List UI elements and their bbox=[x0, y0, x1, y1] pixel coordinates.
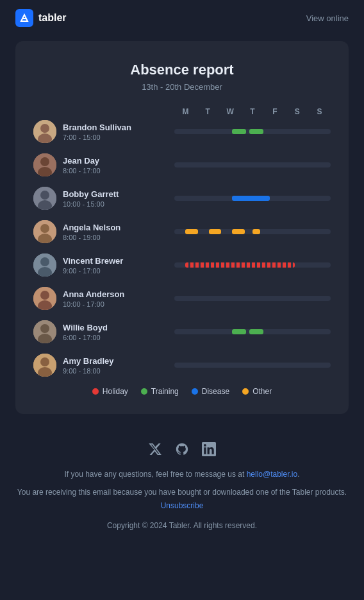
person-details: Willie Boyd 6:00 - 17:00 bbox=[63, 323, 108, 341]
github-icon[interactable] bbox=[175, 442, 189, 456]
day-label-m: M bbox=[174, 107, 197, 116]
bar-segment bbox=[185, 262, 295, 268]
avatar bbox=[33, 253, 56, 277]
person-details: Jean Day 8:00 - 17:00 bbox=[63, 156, 101, 175]
legend-label: Holiday bbox=[103, 387, 128, 396]
svg-point-15 bbox=[40, 257, 49, 266]
day-headers: M T W T F S S bbox=[33, 107, 331, 116]
legend-color-dot bbox=[141, 388, 147, 395]
person-name: Bobby Garrett bbox=[63, 189, 119, 199]
person-hours: 10:00 - 17:00 bbox=[63, 300, 124, 308]
footer-question: If you have any questions, feel free to … bbox=[15, 468, 349, 481]
legend-color-dot bbox=[92, 388, 99, 395]
bar-track bbox=[174, 363, 331, 368]
table-row: Amy Bradley 9:00 - 18:00 bbox=[33, 354, 331, 377]
unsubscribe-link[interactable]: Unsubscribe bbox=[161, 501, 204, 510]
person-name: Willie Boyd bbox=[63, 323, 108, 332]
bar-area bbox=[174, 159, 331, 171]
svg-point-18 bbox=[40, 291, 49, 300]
avatar bbox=[33, 220, 56, 243]
day-label-t1: T bbox=[197, 107, 219, 116]
bar-track bbox=[174, 229, 331, 234]
table-row: Vincent Brewer 9:00 - 17:00 bbox=[33, 253, 331, 277]
avatar bbox=[33, 120, 56, 143]
avatar bbox=[33, 187, 56, 210]
svg-point-3 bbox=[40, 124, 49, 133]
person-name: Amy Bradley bbox=[63, 356, 113, 366]
person-info: Angela Nelson 8:00 - 19:00 bbox=[33, 220, 174, 243]
table-row: Bobby Garrett 10:00 - 15:00 bbox=[33, 187, 331, 210]
person-name: Anna Anderson bbox=[63, 289, 124, 299]
person-hours: 8:00 - 17:00 bbox=[63, 167, 101, 175]
bar-segment bbox=[232, 329, 246, 334]
legend-item: Other bbox=[242, 387, 272, 396]
bar-segment bbox=[232, 229, 245, 234]
absence-report-card: Absence report 13th - 20th December M T … bbox=[15, 41, 349, 414]
linkedin-icon[interactable] bbox=[202, 442, 216, 456]
day-label-s2: S bbox=[308, 107, 331, 116]
bar-area bbox=[174, 192, 331, 205]
bar-area bbox=[174, 359, 331, 372]
table-row: Brandon Sullivan 7:00 - 15:00 bbox=[33, 120, 331, 143]
table-row: Willie Boyd 6:00 - 17:00 bbox=[33, 320, 331, 343]
svg-point-6 bbox=[40, 157, 49, 166]
person-name: Jean Day bbox=[63, 156, 101, 166]
bar-track bbox=[174, 196, 331, 201]
avatar bbox=[33, 287, 56, 310]
legend: Holiday Training Disease Other bbox=[33, 387, 331, 396]
social-icons bbox=[15, 442, 349, 456]
person-info: Willie Boyd 6:00 - 17:00 bbox=[33, 320, 174, 343]
bar-segment bbox=[252, 229, 260, 234]
person-name: Brandon Sullivan bbox=[63, 123, 131, 132]
table-row: Angela Nelson 8:00 - 19:00 bbox=[33, 220, 331, 243]
bar-segment bbox=[185, 229, 198, 234]
person-hours: 6:00 - 17:00 bbox=[63, 334, 108, 341]
card-title: Absence report bbox=[33, 62, 331, 78]
legend-label: Disease bbox=[202, 387, 229, 396]
person-hours: 9:00 - 17:00 bbox=[63, 267, 123, 275]
legend-color-dot bbox=[192, 388, 198, 395]
bar-segment bbox=[249, 329, 263, 334]
bar-track bbox=[174, 129, 331, 134]
person-hours: 9:00 - 18:00 bbox=[63, 367, 113, 375]
footer: If you have any questions, feel free to … bbox=[0, 429, 364, 545]
view-online-link[interactable]: View online bbox=[306, 13, 349, 23]
bar-segment bbox=[232, 196, 270, 201]
bar-area bbox=[174, 125, 331, 138]
footer-copyright: Copyright © 2024 Tabler. All rights rese… bbox=[15, 521, 349, 530]
person-details: Brandon Sullivan 7:00 - 15:00 bbox=[63, 123, 131, 141]
svg-point-9 bbox=[40, 191, 49, 200]
bar-track bbox=[174, 296, 331, 301]
logo-text: tabler bbox=[38, 12, 67, 24]
person-details: Anna Anderson 10:00 - 17:00 bbox=[63, 289, 124, 308]
avatar bbox=[33, 320, 56, 343]
person-details: Angela Nelson 8:00 - 19:00 bbox=[63, 223, 120, 241]
bar-track bbox=[174, 329, 331, 334]
legend-item: Disease bbox=[192, 387, 229, 396]
legend-item: Holiday bbox=[92, 387, 128, 396]
table-row: Jean Day 8:00 - 17:00 bbox=[33, 153, 331, 176]
table-row: Anna Anderson 10:00 - 17:00 bbox=[33, 287, 331, 310]
footer-email-link[interactable]: hello@tabler.io bbox=[247, 470, 298, 479]
bar-segment bbox=[209, 229, 222, 234]
person-info: Jean Day 8:00 - 17:00 bbox=[33, 153, 174, 176]
person-hours: 7:00 - 15:00 bbox=[63, 133, 131, 141]
legend-item: Training bbox=[141, 387, 179, 396]
day-label-w: W bbox=[219, 107, 242, 116]
logo-icon bbox=[15, 9, 33, 27]
twitter-icon[interactable] bbox=[148, 442, 162, 456]
avatar bbox=[33, 153, 56, 176]
day-label-f: F bbox=[263, 107, 286, 116]
legend-label: Training bbox=[151, 387, 179, 396]
person-hours: 10:00 - 15:00 bbox=[63, 200, 119, 208]
person-info: Amy Bradley 9:00 - 18:00 bbox=[33, 354, 174, 377]
person-info: Anna Anderson 10:00 - 17:00 bbox=[33, 287, 174, 310]
legend-color-dot bbox=[242, 388, 249, 395]
bar-segment bbox=[249, 129, 263, 134]
person-name: Angela Nelson bbox=[63, 223, 120, 232]
person-info: Bobby Garrett 10:00 - 15:00 bbox=[33, 187, 174, 210]
person-info: Vincent Brewer 9:00 - 17:00 bbox=[33, 253, 174, 277]
bar-area bbox=[174, 292, 331, 305]
person-name: Vincent Brewer bbox=[63, 256, 123, 266]
bar-area bbox=[174, 225, 331, 238]
